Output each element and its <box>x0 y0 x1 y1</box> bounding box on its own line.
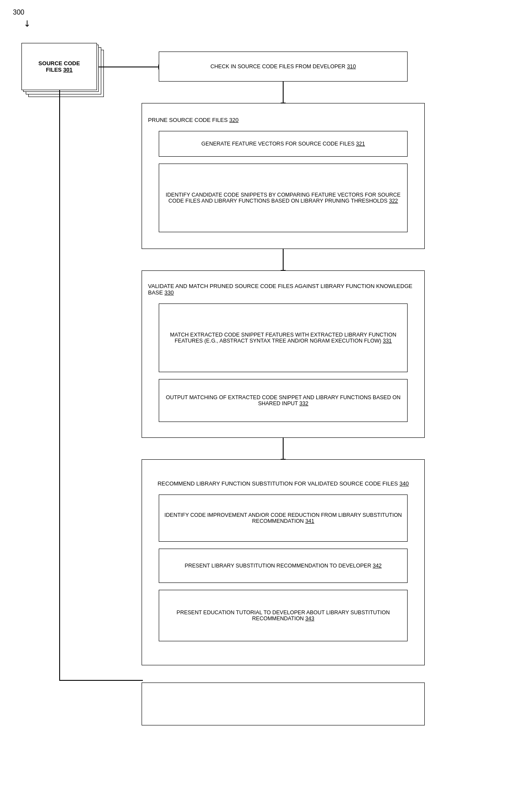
diagram-label: 300 <box>13 9 24 16</box>
left-vertical-line <box>59 88 60 681</box>
box-340-ref: 340 <box>399 480 409 487</box>
box-330-ref: 330 <box>164 289 174 296</box>
box-330-outer: VALIDATE AND MATCH PRUNED SOURCE CODE FI… <box>142 270 425 438</box>
arrow-330-to-340 <box>283 438 284 459</box>
bottom-empty-box <box>142 683 425 725</box>
box-322-ref: 322 <box>389 198 398 204</box>
box-332-ref: 332 <box>299 400 308 407</box>
box-320-outer: PRUNE SOURCE CODE FILES 320 GENERATE FEA… <box>142 103 425 249</box>
box-310-ref: 310 <box>347 64 356 70</box>
box-322-label: IDENTIFY CANDIDATE CODE SNIPPETS BY COMP… <box>164 192 402 204</box>
box-341-label: IDENTIFY CODE IMPROVEMENT AND/OR CODE RE… <box>164 512 402 524</box>
arrow-320-to-330 <box>283 249 284 270</box>
box-342: PRESENT LIBRARY SUBSTITUTION RECOMMENDAT… <box>159 549 408 583</box>
box-321-label: GENERATE FEATURE VECTORS FOR SOURCE CODE… <box>201 141 365 147</box>
source-files-ref: 301 <box>63 67 73 73</box>
box-332: OUTPUT MATCHING OF EXTRACTED CODE SNIPPE… <box>159 379 408 422</box>
box-343-label: PRESENT EDUCATION TUTORIAL TO DEVELOPER … <box>164 610 402 622</box>
box-342-label: PRESENT LIBRARY SUBSTITUTION RECOMMENDAT… <box>184 563 381 569</box>
bottom-horizontal-line <box>59 680 143 681</box>
box-340-header: RECOMMEND LIBRARY FUNCTION SUBSTITUTION … <box>148 480 418 487</box>
diagram-arrow-label: ↘ <box>21 17 33 30</box>
box-321: GENERATE FEATURE VECTORS FOR SOURCE CODE… <box>159 131 408 157</box>
box-331-ref: 331 <box>383 338 392 344</box>
box-331: MATCH EXTRACTED CODE SNIPPET FEATURES WI… <box>159 303 408 372</box>
source-files-group: SOURCE CODEFILES 301 <box>21 43 107 103</box>
source-files-box: SOURCE CODEFILES 301 <box>21 43 97 90</box>
box-343-ref: 343 <box>305 616 314 622</box>
box-332-label: OUTPUT MATCHING OF EXTRACTED CODE SNIPPE… <box>164 394 402 407</box>
box-310-label: CHECK IN SOURCE CODE FILES FROM DEVELOPE… <box>211 64 356 70</box>
box-343: PRESENT EDUCATION TUTORIAL TO DEVELOPER … <box>159 590 408 641</box>
box-330-header: VALIDATE AND MATCH PRUNED SOURCE CODE FI… <box>148 283 418 296</box>
diagram-container: 300 ↘ SOURCE CODEFILES 301 CHECK IN SOUR… <box>9 9 523 26</box>
box-331-label: MATCH EXTRACTED CODE SNIPPET FEATURES WI… <box>164 332 402 344</box>
box-320-ref: 320 <box>229 117 239 123</box>
box-320-header: PRUNE SOURCE CODE FILES 320 <box>148 117 239 123</box>
box-341-ref: 341 <box>305 518 314 524</box>
arrow-310-to-320 <box>283 82 284 103</box>
box-340-outer: RECOMMEND LIBRARY FUNCTION SUBSTITUTION … <box>142 459 425 665</box>
box-342-ref: 342 <box>373 563 382 569</box>
box-341: IDENTIFY CODE IMPROVEMENT AND/OR CODE RE… <box>159 494 408 542</box>
arrow-source-to-310 <box>99 67 159 67</box>
box-321-ref: 321 <box>356 141 365 147</box>
source-files-label: SOURCE CODEFILES 301 <box>39 60 80 73</box>
box-310: CHECK IN SOURCE CODE FILES FROM DEVELOPE… <box>159 52 408 82</box>
box-322: IDENTIFY CANDIDATE CODE SNIPPETS BY COMP… <box>159 164 408 232</box>
